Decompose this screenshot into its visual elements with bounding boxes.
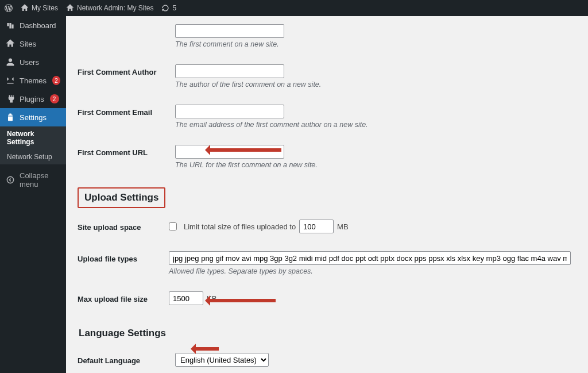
- first-comment-email-desc: The email address of the first comment a…: [175, 121, 571, 129]
- adminbar-network-admin[interactable]: Network Admin: My Sites: [66, 4, 153, 12]
- sidebar-label: Dashboard: [20, 21, 56, 30]
- adminbar-network-admin-label: Network Admin: My Sites: [77, 4, 153, 12]
- admin-sidebar: Dashboard Sites Users Themes 2 Plugins 2…: [0, 16, 66, 373]
- limit-upload-unit: MB: [337, 222, 349, 231]
- annotation-arrow: [207, 299, 276, 302]
- update-badge: 2: [52, 76, 60, 85]
- adminbar-updates-count: 5: [172, 4, 176, 12]
- sites-icon: [6, 39, 15, 48]
- first-comment-author-desc: The author of the first comment on a new…: [175, 80, 571, 89]
- annotation-arrow: [192, 347, 219, 351]
- sidebar-label: Plugins: [20, 95, 44, 103]
- sidebar-sub-network-setup[interactable]: Network Setup: [0, 149, 66, 164]
- upload-file-types-label: Upload file types: [78, 243, 163, 283]
- users-icon: [6, 57, 15, 67]
- sidebar-item-plugins[interactable]: Plugins 2: [0, 90, 66, 108]
- admin-bar: My Sites Network Admin: My Sites 5: [0, 0, 588, 16]
- home-icon: [66, 4, 74, 12]
- sidebar-label: Settings: [20, 113, 47, 122]
- svg-point-0: [7, 176, 13, 183]
- sidebar-item-themes[interactable]: Themes 2: [0, 71, 66, 90]
- max-upload-label: Max upload file size: [78, 283, 163, 315]
- annotation-arrow: [207, 148, 281, 152]
- limit-upload-checkbox[interactable]: [169, 222, 177, 230]
- plugins-icon: [6, 94, 15, 103]
- home-icon: [21, 4, 29, 12]
- first-comment-email-input[interactable]: [175, 105, 284, 118]
- collapse-icon: [6, 175, 15, 184]
- first-comment-input[interactable]: [175, 24, 284, 38]
- default-language-select[interactable]: English (United States): [175, 353, 269, 367]
- sidebar-submenu-settings: Network Settings Network Setup: [0, 126, 66, 164]
- dashboard-icon: [6, 21, 15, 30]
- sidebar-label: Themes: [20, 76, 47, 85]
- first-comment-author-label: First Comment Author: [78, 56, 169, 97]
- first-comment-desc: The first comment on a new site.: [175, 40, 571, 48]
- upload-file-types-desc: Allowed file types. Separate types by sp…: [169, 267, 571, 275]
- first-comment-author-input[interactable]: [175, 64, 284, 78]
- limit-upload-value-input[interactable]: [299, 220, 334, 233]
- upload-file-types-input[interactable]: [169, 251, 571, 265]
- upload-settings-heading: Upload Settings: [78, 187, 165, 208]
- limit-upload-label: Limit total size of files uploaded to: [184, 222, 296, 231]
- update-badge: 2: [50, 94, 59, 103]
- sidebar-label: Collapse menu: [20, 171, 60, 189]
- sidebar-item-users[interactable]: Users: [0, 53, 66, 71]
- wordpress-icon: [5, 4, 13, 12]
- first-comment-url-desc: The URL for the first comment on a new s…: [175, 161, 571, 169]
- first-comment-email-label: First Comment Email: [78, 97, 169, 137]
- sidebar-item-dashboard[interactable]: Dashboard: [0, 16, 66, 34]
- update-icon: [161, 4, 169, 12]
- first-comment-url-label: First Comment URL: [78, 137, 169, 177]
- default-language-label: Default Language: [78, 345, 169, 373]
- sidebar-sub-network-settings[interactable]: Network Settings: [0, 126, 66, 149]
- sidebar-item-settings[interactable]: Settings: [0, 108, 66, 126]
- site-upload-space-label: Site upload space: [78, 212, 163, 243]
- max-upload-input[interactable]: [169, 291, 203, 305]
- themes-icon: [6, 76, 15, 85]
- adminbar-updates[interactable]: 5: [161, 4, 176, 12]
- settings-icon: [6, 113, 15, 122]
- sidebar-label: Users: [20, 58, 39, 67]
- first-comment-url-input[interactable]: [175, 145, 284, 159]
- adminbar-my-sites-label: My Sites: [32, 4, 58, 12]
- sidebar-item-sites[interactable]: Sites: [0, 34, 66, 53]
- language-settings-heading: Language Settings: [78, 325, 167, 341]
- adminbar-my-sites[interactable]: My Sites: [21, 4, 58, 12]
- wp-logo[interactable]: [5, 4, 13, 12]
- settings-content: The first comment on a new site. First C…: [66, 16, 588, 373]
- sidebar-label: Sites: [20, 40, 36, 48]
- sidebar-collapse[interactable]: Collapse menu: [0, 167, 66, 193]
